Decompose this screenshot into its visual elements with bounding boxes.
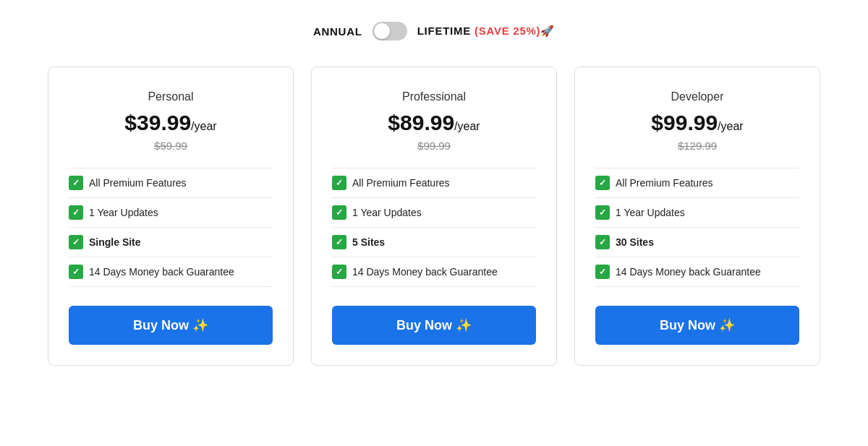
lifetime-text: LIFETIME bbox=[417, 25, 471, 37]
features-list-professional: All Premium Features 1 Year Updates 5 Si… bbox=[332, 168, 536, 287]
plan-price-developer: $99.99/year bbox=[651, 111, 743, 135]
check-icon bbox=[69, 205, 83, 220]
check-icon bbox=[69, 265, 83, 279]
feature-text: 14 Days Money back Guarantee bbox=[352, 266, 498, 278]
feature-item: 1 Year Updates bbox=[595, 198, 799, 228]
plan-name-developer: Developer bbox=[671, 90, 724, 103]
check-icon bbox=[332, 235, 346, 249]
feature-item: 5 Sites bbox=[332, 228, 536, 257]
feature-text: All Premium Features bbox=[352, 177, 450, 189]
check-icon bbox=[332, 265, 346, 279]
billing-toggle-switch[interactable] bbox=[373, 22, 407, 40]
save-badge: (SAVE 25%)🚀 bbox=[475, 25, 555, 37]
annual-label: ANNUAL bbox=[313, 25, 362, 38]
toggle-knob bbox=[374, 23, 390, 39]
feature-item: 30 Sites bbox=[595, 228, 799, 257]
check-icon bbox=[69, 235, 83, 249]
check-icon bbox=[595, 176, 610, 190]
feature-text: 5 Sites bbox=[352, 236, 385, 248]
lifetime-label: LIFETIME (SAVE 25%)🚀 bbox=[417, 25, 555, 38]
check-icon bbox=[595, 235, 610, 249]
pricing-card-professional: Professional $89.99/year $99.99 All Prem… bbox=[311, 67, 557, 366]
feature-item: Single Site bbox=[69, 228, 273, 257]
feature-text: 1 Year Updates bbox=[352, 207, 422, 218]
feature-text: 1 Year Updates bbox=[616, 207, 685, 218]
check-icon bbox=[595, 205, 610, 220]
features-list-personal: All Premium Features 1 Year Updates Sing… bbox=[69, 168, 273, 287]
feature-item: 14 Days Money back Guarantee bbox=[69, 257, 273, 287]
billing-toggle-bar: ANNUAL LIFETIME (SAVE 25%)🚀 bbox=[313, 22, 555, 40]
check-icon bbox=[332, 205, 346, 220]
feature-text: 14 Days Money back Guarantee bbox=[616, 266, 761, 278]
feature-item: 1 Year Updates bbox=[69, 198, 273, 228]
pricing-cards-container: Personal $39.99/year $59.99 All Premium … bbox=[22, 67, 846, 366]
feature-item: 14 Days Money back Guarantee bbox=[332, 257, 536, 287]
features-list-developer: All Premium Features 1 Year Updates 30 S… bbox=[595, 168, 799, 287]
pricing-card-developer: Developer $99.99/year $129.99 All Premiu… bbox=[574, 67, 820, 366]
plan-original-price-professional: $99.99 bbox=[417, 140, 451, 152]
feature-item: 1 Year Updates bbox=[332, 198, 536, 228]
pricing-card-personal: Personal $39.99/year $59.99 All Premium … bbox=[48, 67, 294, 366]
buy-now-button-personal[interactable]: Buy Now ✨ bbox=[69, 306, 273, 345]
feature-text: All Premium Features bbox=[89, 177, 187, 189]
feature-text: 1 Year Updates bbox=[89, 207, 158, 218]
feature-text: Single Site bbox=[89, 236, 141, 248]
plan-original-price-personal: $59.99 bbox=[154, 140, 187, 152]
plan-price-personal: $39.99/year bbox=[124, 111, 216, 135]
feature-item: All Premium Features bbox=[69, 168, 273, 198]
feature-text: 14 Days Money back Guarantee bbox=[89, 266, 234, 278]
buy-now-button-developer[interactable]: Buy Now ✨ bbox=[595, 306, 799, 345]
check-icon bbox=[595, 265, 610, 279]
check-icon bbox=[332, 176, 346, 190]
plan-original-price-developer: $129.99 bbox=[678, 140, 717, 152]
plan-name-personal: Personal bbox=[148, 90, 193, 103]
feature-text: All Premium Features bbox=[616, 177, 713, 189]
plan-name-professional: Professional bbox=[402, 90, 466, 103]
check-icon bbox=[69, 176, 83, 190]
feature-item: All Premium Features bbox=[595, 168, 799, 198]
plan-price-professional: $89.99/year bbox=[388, 111, 480, 135]
feature-text: 30 Sites bbox=[616, 236, 654, 248]
buy-now-button-professional[interactable]: Buy Now ✨ bbox=[332, 306, 536, 345]
feature-item: All Premium Features bbox=[332, 168, 536, 198]
feature-item: 14 Days Money back Guarantee bbox=[595, 257, 799, 287]
